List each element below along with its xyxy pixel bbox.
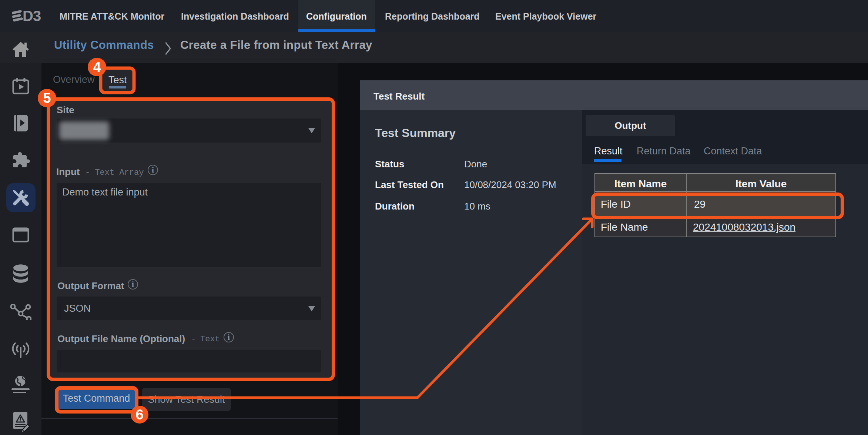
svg-text:5: 5 xyxy=(43,90,51,106)
svg-text:6: 6 xyxy=(135,407,143,422)
svg-text:4: 4 xyxy=(93,59,101,75)
